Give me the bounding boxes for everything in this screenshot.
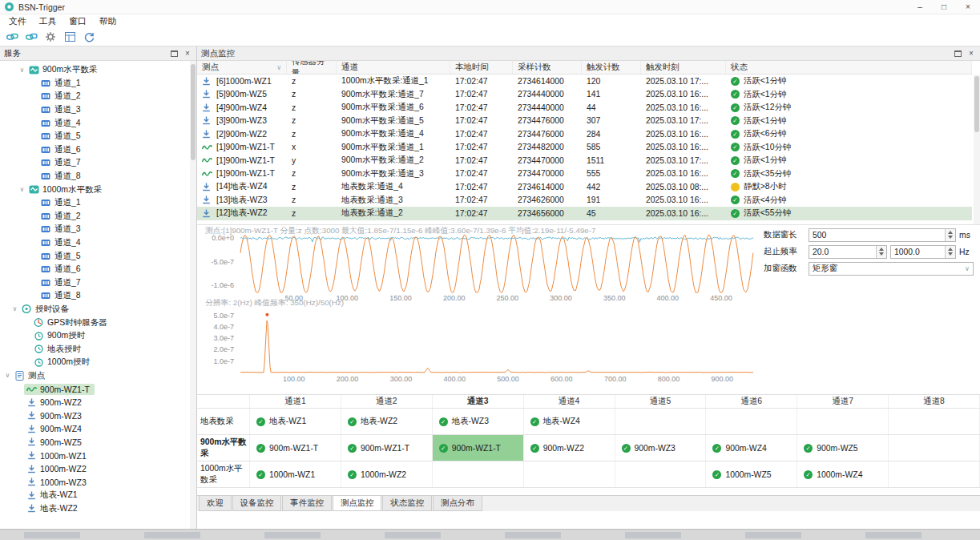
taskbar-item[interactable] bbox=[625, 532, 681, 538]
connect-icon[interactable] bbox=[3, 29, 21, 45]
channel-cell[interactable]: ✓900m-WZ1-T bbox=[433, 435, 524, 461]
channel-cell[interactable]: ✓900m-WZ2 bbox=[524, 435, 615, 461]
freq-start-input[interactable]: 20.0 bbox=[809, 245, 887, 259]
spinner-icon[interactable] bbox=[945, 229, 955, 241]
tab-item[interactable]: 事件监控 bbox=[282, 496, 332, 511]
taskbar-item[interactable] bbox=[385, 532, 441, 538]
channel-cell[interactable]: ✓900m-WZ1-T bbox=[341, 435, 433, 461]
channel-cell[interactable] bbox=[524, 461, 615, 487]
channel-cell[interactable]: ✓地表-WZ1 bbox=[250, 409, 341, 434]
tree-item[interactable]: 通道_6 bbox=[0, 143, 190, 157]
menu-item[interactable]: 帮助 bbox=[93, 15, 123, 28]
channel-cell[interactable]: ✓1000m-WZ5 bbox=[706, 461, 797, 487]
tree-item[interactable]: 1000m-WZ1 bbox=[0, 449, 190, 462]
tree-item[interactable]: 900m-WZ1-T bbox=[0, 382, 190, 396]
tree-item[interactable]: 900m-WZ3 bbox=[0, 409, 190, 422]
tree-item[interactable]: 地表-WZ1 bbox=[0, 489, 190, 502]
channel-cell[interactable]: ✓900m-WZ3 bbox=[615, 435, 707, 461]
tree-item[interactable]: 通道_5 bbox=[0, 130, 190, 143]
tree-group[interactable]: ∨1000m水平数采 bbox=[0, 183, 190, 196]
tree-item[interactable]: 通道_5 bbox=[0, 249, 190, 263]
grid-column-header[interactable]: 通道6 bbox=[706, 395, 797, 408]
channel-cell[interactable] bbox=[889, 461, 980, 487]
settings-gear-icon[interactable] bbox=[42, 29, 59, 45]
chevron-down-icon[interactable]: ∨ bbox=[10, 305, 19, 312]
taskbar-item[interactable] bbox=[865, 532, 922, 538]
tree-item[interactable]: 通道_2 bbox=[0, 90, 190, 103]
tree-item[interactable]: 通道_1 bbox=[0, 196, 190, 210]
grid-column-header[interactable]: 通道4 bbox=[524, 395, 615, 408]
window-function-select[interactable]: 矩形窗 ∨ bbox=[809, 262, 974, 276]
tree-group[interactable]: ∨900m水平数采 bbox=[0, 63, 190, 77]
tree-item[interactable]: 通道_3 bbox=[0, 223, 190, 236]
channel-cell[interactable]: ✓1000m-WZ1 bbox=[250, 461, 341, 487]
table-row[interactable]: [12]地表-WZ2z地表数采:通道_217:02:47273465600045… bbox=[197, 207, 972, 220]
tree-item[interactable]: 通道_4 bbox=[0, 116, 190, 130]
channel-cell[interactable] bbox=[615, 461, 707, 487]
column-header[interactable]: 通道 bbox=[337, 61, 450, 74]
tab-item[interactable]: 测点监控 bbox=[333, 496, 382, 511]
maximize-button[interactable]: □ bbox=[932, 0, 956, 14]
tree-item[interactable]: 通道_8 bbox=[0, 170, 190, 183]
tree-item[interactable]: 900m授时 bbox=[0, 329, 190, 343]
table-row[interactable]: [2]900m-WZ2z900m水平数采:通道_417:02:472734476… bbox=[197, 127, 972, 141]
column-header[interactable]: 传感器分量 bbox=[287, 61, 337, 74]
channel-cell[interactable]: ✓1000m-WZ2 bbox=[341, 461, 433, 487]
table-row[interactable]: [4]900m-WZ4z900m水平数采:通道_617:02:472734440… bbox=[197, 101, 972, 115]
taskbar-item[interactable] bbox=[505, 532, 561, 538]
tab-item[interactable]: 测点分布 bbox=[433, 496, 482, 511]
sidebar-scrollbar[interactable] bbox=[190, 61, 196, 529]
chevron-down-icon[interactable]: ∨ bbox=[18, 186, 26, 193]
table-row[interactable]: [5]900m-WZ5z900m水平数采:通道_717:02:472734440… bbox=[197, 88, 972, 102]
tree-item[interactable]: 通道_4 bbox=[0, 236, 190, 250]
close-button[interactable]: × bbox=[956, 0, 980, 14]
column-header[interactable]: 采样计数 bbox=[513, 61, 582, 74]
spinner-icon[interactable] bbox=[876, 246, 886, 258]
table-row[interactable]: [3]900m-WZ3z900m水平数采:通道_517:02:472734476… bbox=[197, 115, 972, 128]
monitor-close-icon[interactable]: × bbox=[966, 49, 976, 58]
tree-item[interactable]: 地表-WZ2 bbox=[0, 502, 190, 516]
channel-cell[interactable]: ✓900m-WZ5 bbox=[797, 435, 889, 461]
tree-item[interactable]: 1000m授时 bbox=[0, 356, 190, 369]
table-row[interactable]: [14]地表-WZ4z地表数采:通道_417:02:47273461400044… bbox=[197, 180, 972, 194]
tab-item[interactable]: 状态监控 bbox=[382, 496, 432, 511]
link-icon[interactable] bbox=[22, 29, 40, 45]
column-header[interactable]: 测点∨ bbox=[197, 61, 287, 74]
freq-end-input[interactable]: 1000.0 bbox=[890, 245, 956, 259]
table-row[interactable]: [1]900m-WZ1-Tz900m水平数采:通道_317:02:4727344… bbox=[197, 167, 972, 181]
table-row[interactable]: [13]地表-WZ3z地表数采:通道_317:02:47273462600019… bbox=[197, 194, 972, 208]
channel-cell[interactable]: ✓地表-WZ3 bbox=[433, 409, 524, 434]
tree-item[interactable]: 通道_6 bbox=[0, 263, 190, 276]
channel-cell[interactable]: ✓1000m-WZ4 bbox=[797, 461, 889, 487]
channel-cell[interactable] bbox=[889, 435, 980, 461]
window-length-input[interactable]: 500 bbox=[809, 228, 956, 242]
tree-item[interactable]: 1000m-WZ2 bbox=[0, 462, 190, 476]
channel-cell[interactable]: ✓地表-WZ4 bbox=[524, 409, 615, 434]
column-header[interactable]: 状态 bbox=[726, 61, 972, 74]
channel-cell[interactable] bbox=[615, 409, 707, 434]
chevron-down-icon[interactable]: ∨ bbox=[18, 66, 26, 74]
tab-item[interactable]: 欢迎 bbox=[199, 496, 232, 511]
channel-cell[interactable]: ✓地表-WZ2 bbox=[341, 409, 433, 434]
table-row[interactable]: [1]900m-WZ1-Tx900m水平数采:通道_117:02:4727344… bbox=[197, 141, 972, 155]
layout-icon[interactable] bbox=[61, 29, 79, 45]
tree-item[interactable]: 900m-WZ5 bbox=[0, 436, 190, 449]
taskbar-item[interactable] bbox=[264, 532, 321, 538]
refresh-icon[interactable] bbox=[80, 29, 98, 45]
monitor-undock-icon[interactable] bbox=[953, 49, 962, 58]
grid-column-header[interactable]: 通道1 bbox=[250, 395, 341, 408]
table-scrollbar[interactable] bbox=[974, 75, 980, 224]
taskbar-item[interactable] bbox=[24, 532, 80, 538]
tree-item[interactable]: 900m-WZ4 bbox=[0, 422, 190, 436]
tree-item[interactable]: 900m-WZ2 bbox=[0, 396, 190, 409]
services-close-icon[interactable]: × bbox=[183, 49, 192, 58]
column-header[interactable]: 触发时刻 bbox=[641, 61, 726, 74]
tree-group[interactable]: ∨测点 bbox=[0, 369, 190, 383]
chevron-down-icon[interactable]: ∨ bbox=[3, 372, 12, 379]
tree-item[interactable]: 通道_3 bbox=[0, 103, 190, 117]
grid-column-header[interactable]: 通道2 bbox=[341, 395, 433, 408]
tree-item[interactable]: 通道_2 bbox=[0, 210, 190, 224]
minimize-button[interactable]: – bbox=[908, 0, 932, 14]
grid-column-header[interactable]: 通道3 bbox=[433, 395, 524, 408]
grid-column-header[interactable]: 通道8 bbox=[889, 395, 980, 408]
